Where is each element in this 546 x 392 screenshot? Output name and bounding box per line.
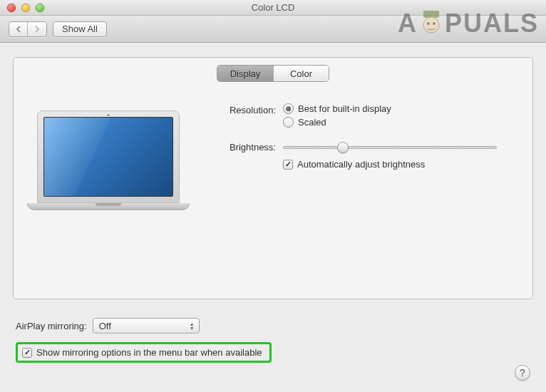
- bottom-area: AirPlay mirroring: Off ▲▼ Show mirroring…: [0, 306, 546, 363]
- help-icon: ?: [520, 367, 525, 378]
- chevron-right-icon: [34, 26, 40, 33]
- show-all-button[interactable]: Show All: [53, 21, 107, 37]
- main-panel: Display Color Resolution: Best for built…: [13, 57, 533, 299]
- mirroring-checkbox[interactable]: [22, 348, 32, 358]
- auto-brightness-checkbox[interactable]: [283, 160, 293, 170]
- content: Display Color Resolution: Best for built…: [0, 43, 546, 306]
- back-button[interactable]: [9, 22, 28, 36]
- resolution-best-label: Best for built-in display: [298, 103, 391, 114]
- airplay-value: Off: [99, 321, 111, 331]
- display-controls: Resolution: Best for built-in display Sc…: [212, 103, 520, 210]
- resolution-scaled-row[interactable]: Scaled: [283, 117, 520, 128]
- help-button[interactable]: ?: [515, 365, 530, 381]
- dropdown-arrows-icon: ▲▼: [190, 322, 195, 330]
- airplay-dropdown[interactable]: Off ▲▼: [93, 318, 200, 334]
- resolution-best-row[interactable]: Best for built-in display: [283, 103, 520, 114]
- titlebar: Color LCD: [0, 0, 546, 16]
- tab-color[interactable]: Color: [273, 66, 329, 81]
- brightness-slider[interactable]: [283, 140, 497, 155]
- window-controls: [0, 4, 44, 12]
- auto-brightness-label: Automatically adjust brightness: [297, 159, 425, 170]
- toolbar: Show All: [0, 16, 546, 43]
- tab-display[interactable]: Display: [217, 66, 273, 81]
- zoom-icon[interactable]: [36, 4, 44, 12]
- minimize-icon[interactable]: [21, 4, 30, 12]
- airplay-label: AirPlay mirroring:: [16, 321, 87, 331]
- slider-thumb[interactable]: [337, 142, 349, 153]
- forward-button[interactable]: [28, 22, 46, 36]
- mirroring-label: Show mirroring options in the menu bar w…: [36, 347, 262, 358]
- auto-brightness-row[interactable]: Automatically adjust brightness: [283, 159, 520, 170]
- close-icon[interactable]: [7, 4, 16, 12]
- window-title: Color LCD: [0, 2, 546, 13]
- chevron-left-icon: [16, 26, 21, 33]
- tab-group: Display Color: [26, 65, 520, 82]
- brightness-label: Brightness:: [212, 140, 283, 153]
- resolution-label: Resolution:: [212, 103, 283, 115]
- nav-segmented: [9, 21, 47, 37]
- resolution-scaled-label: Scaled: [298, 117, 326, 128]
- radio-scaled[interactable]: [283, 117, 294, 128]
- display-preview: [26, 110, 190, 210]
- radio-best[interactable]: [283, 103, 294, 114]
- mirroring-option-row[interactable]: Show mirroring options in the menu bar w…: [16, 342, 272, 363]
